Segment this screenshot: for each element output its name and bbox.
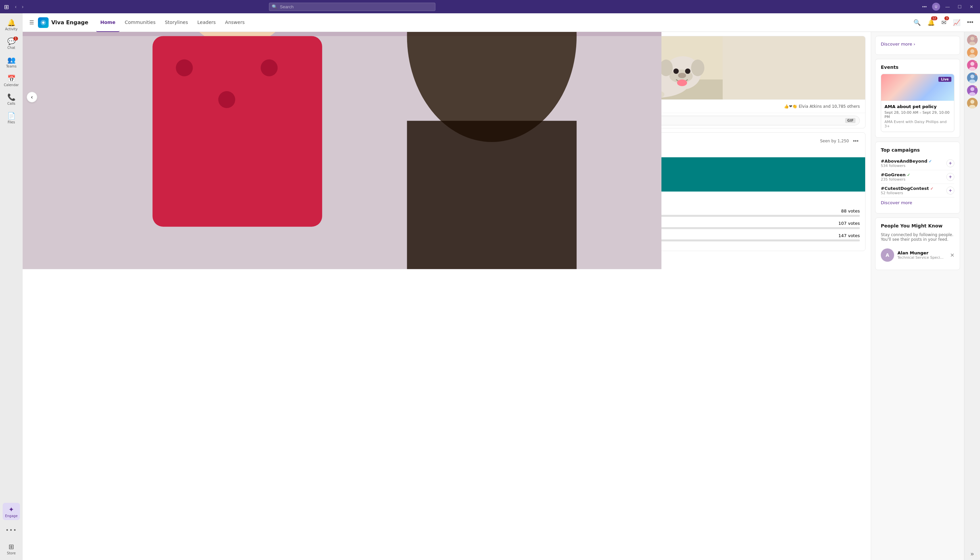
person-job-title: Technical Service Speci... — [898, 255, 943, 260]
avatar-notification-dot — [975, 35, 978, 37]
discover-more-section: Discover more › — [875, 36, 960, 55]
campaign-followers-2: 52 followers — [881, 191, 947, 195]
campaign-info-0: #AboveAndBeyond ✓ 534 followers — [881, 158, 947, 168]
sidebar-item-chat[interactable]: 💬 Chat 1 — [3, 35, 20, 52]
campaigns-discover-more[interactable]: Discover more — [881, 200, 954, 205]
right-panel-avatar-0[interactable] — [967, 35, 978, 45]
right-panel-avatar-5[interactable] — [967, 98, 978, 108]
sidebar-item-calendar[interactable]: 📅 Calendar — [3, 72, 20, 89]
campaign-item-0: #AboveAndBeyond ✓ 534 followers + — [881, 157, 954, 170]
minimize-button[interactable]: — — [943, 0, 952, 13]
discover-more-arrow-icon: › — [913, 42, 915, 47]
right-panel-avatar-4[interactable] — [967, 85, 978, 96]
maximize-button[interactable]: ☐ — [955, 0, 964, 13]
event-info: AMA about pet policy Sept 28, 10:00 AM –… — [881, 101, 954, 132]
event-card[interactable]: Live AMA about pet policy Sept 28, 10:00… — [881, 74, 954, 132]
sidebar-item-store[interactable]: ⊞ Store — [3, 540, 20, 557]
person-name: Alan Munger — [898, 250, 943, 255]
events-section: Events Live AMA about pet policy Sept 28… — [875, 59, 960, 138]
person-card: A Alan Munger Technical Service Speci...… — [881, 246, 954, 264]
sidebar-item-activity[interactable]: 🔔 Activity — [3, 16, 20, 33]
nav-storylines[interactable]: Storylines — [161, 13, 192, 32]
reaction-emojis: 👍❤️👏 — [784, 104, 797, 109]
more-header-button[interactable]: ••• — [966, 18, 975, 27]
event-title: AMA about pet policy — [885, 104, 951, 109]
nav-leaders[interactable]: Leaders — [193, 13, 220, 32]
events-title: Events — [881, 65, 954, 70]
title-bar: ⊞ ‹ › 🔍 ••• U — ☐ ✕ — [0, 0, 980, 13]
campaign-info-2: #CutestDogContest ✓ 52 followers — [881, 186, 947, 195]
avatar-notification-dot-2 — [975, 60, 978, 63]
analytics-button[interactable]: 📈 — [952, 18, 962, 28]
person-avatar: A — [881, 248, 894, 262]
forward-nav-button[interactable]: › — [20, 3, 26, 11]
back-nav-button[interactable]: ‹ — [13, 3, 18, 11]
svg-point-15 — [674, 68, 679, 74]
teams-icon: 👥 — [7, 56, 16, 64]
svg-point-32 — [969, 67, 976, 70]
right-panel: » — [964, 32, 980, 560]
close-button[interactable]: ✕ — [967, 0, 976, 13]
search-button[interactable]: 🔍 — [912, 18, 922, 28]
content-area: ☰ Viva Engage Home Communities Storyline… — [23, 13, 980, 560]
engage-icon: ✦ — [8, 505, 14, 513]
sidebar-item-label: Calls — [7, 102, 15, 105]
svg-point-17 — [678, 73, 686, 78]
right-panel-avatar-3[interactable] — [967, 72, 978, 83]
search-input[interactable] — [269, 3, 435, 11]
hamburger-button[interactable]: ☰ — [28, 18, 35, 27]
campaign-name-0: #AboveAndBeyond ✓ — [881, 158, 947, 163]
right-panel-avatar-2[interactable] — [967, 60, 978, 70]
reaction-info: 👍❤️👏 Elvia Atkins and 10,785 others — [784, 104, 860, 109]
svg-point-28 — [969, 42, 976, 45]
post-header-right: Seen by 1,250 ••• — [820, 137, 860, 145]
people-desc: Stay connected by following people. You'… — [881, 232, 954, 242]
campaign-name-1: #GoGreen ✓ — [881, 172, 947, 177]
title-bar-controls: ••• U — ☐ ✕ — [920, 0, 976, 13]
nav-communities[interactable]: Communities — [121, 13, 160, 32]
teams-sidebar: 🔔 Activity 💬 Chat 1 👥 Teams 📅 Calendar 📞… — [0, 13, 23, 560]
right-panel-avatar-1[interactable] — [967, 47, 978, 58]
gif-button[interactable]: GIF — [845, 118, 856, 123]
dismiss-person-button[interactable]: ✕ — [950, 252, 954, 258]
svg-point-33 — [970, 75, 974, 78]
seen-info: Seen by 1,250 — [820, 139, 849, 143]
sidebar-item-files[interactable]: 📄 Files — [3, 109, 20, 127]
svg-point-5 — [176, 60, 193, 77]
follow-campaign-2-button[interactable]: + — [947, 187, 954, 195]
files-icon: 📄 — [7, 112, 16, 120]
post-image-left — [28, 36, 447, 100]
verified-icon-2: ✓ — [930, 186, 933, 191]
message-envelope: ✉ 3 — [940, 18, 948, 28]
more-options-button[interactable]: ••• — [920, 3, 930, 11]
nav-home[interactable]: Home — [96, 13, 119, 32]
app-logo: Viva Engage — [38, 17, 88, 28]
collapse-panel-button[interactable]: » — [970, 550, 974, 557]
sidebar-item-more[interactable]: ••• — [3, 522, 20, 539]
svg-point-34 — [969, 80, 976, 83]
svg-point-30 — [969, 54, 976, 58]
post-images — [28, 36, 865, 100]
sidebar-item-engage[interactable]: ✦ Engage — [3, 503, 20, 520]
avatar-notification-dot-4 — [975, 85, 978, 88]
sidebar-item-calls[interactable]: 📞 Calls — [3, 90, 20, 108]
more-icon: ••• — [6, 527, 17, 533]
people-section: People You Might Know Stay connected by … — [875, 217, 960, 270]
event-desc: AMA Event with Daisy Phillips and 3+ — [885, 120, 951, 128]
campaign-followers-1: 235 followers — [881, 177, 947, 182]
people-title: People You Might Know — [881, 223, 954, 228]
sidebar-item-teams[interactable]: 👥 Teams — [3, 53, 20, 70]
sidebar-item-label: Files — [8, 120, 15, 124]
nav-answers[interactable]: Answers — [221, 13, 249, 32]
campaigns-title: Top campaigns — [881, 147, 954, 153]
back-button[interactable]: ‹ — [27, 92, 37, 102]
follow-campaign-0-button[interactable]: + — [947, 159, 954, 167]
user-avatar[interactable]: U — [932, 3, 940, 11]
discover-more-link[interactable]: Discover more › — [881, 42, 954, 47]
calls-icon: 📞 — [7, 93, 16, 101]
post-more-button[interactable]: ••• — [851, 137, 860, 145]
teams-app-icon: ⊞ — [4, 3, 9, 10]
follow-campaign-1-button[interactable]: + — [947, 173, 954, 181]
notification-bell: 🔔 12 — [926, 18, 936, 28]
search-bar[interactable]: 🔍 — [269, 3, 435, 11]
